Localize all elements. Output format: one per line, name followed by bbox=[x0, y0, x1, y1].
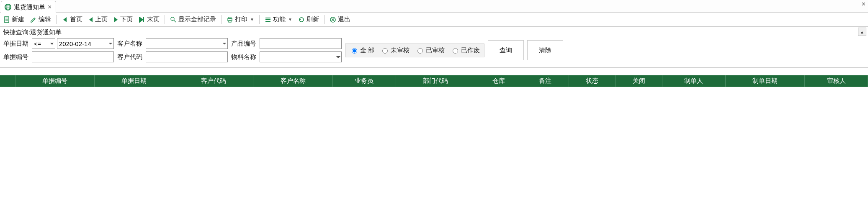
col-salesman[interactable]: 业务员 bbox=[332, 75, 396, 87]
tab-bar: 退货通知单 × × bbox=[0, 0, 868, 13]
separator bbox=[324, 15, 325, 24]
chevron-down-icon: ▼ bbox=[250, 17, 254, 22]
next-icon bbox=[113, 17, 118, 23]
exit-button[interactable]: 退出 bbox=[327, 15, 353, 24]
status-filter: 全 部 未审核 已审核 已作废 bbox=[345, 44, 484, 57]
refresh-button[interactable]: 刷新 bbox=[296, 15, 322, 24]
status-unapproved[interactable]: 未审核 bbox=[380, 46, 410, 54]
table-header-row: 单据编号 单据日期 客户代码 客户名称 业务员 部门代码 仓库 备注 状态 关闭… bbox=[0, 75, 868, 87]
col-auditor[interactable]: 审核人 bbox=[805, 75, 868, 87]
separator bbox=[165, 15, 165, 24]
label-mat-name: 物料名称 bbox=[231, 53, 258, 61]
col-dept-code[interactable]: 部门代码 bbox=[396, 75, 475, 87]
clear-button[interactable]: 清除 bbox=[527, 40, 563, 60]
col-creator[interactable]: 制单人 bbox=[662, 75, 725, 87]
label-bill-date: 单据日期 bbox=[3, 40, 30, 48]
prev-page-button[interactable]: 上页 bbox=[86, 15, 110, 24]
tab-title: 退货通知单 bbox=[14, 3, 45, 11]
prev-icon bbox=[88, 17, 93, 23]
chevron-up-icon: ▴ bbox=[861, 29, 863, 35]
cust-name-select[interactable] bbox=[146, 38, 228, 49]
separator bbox=[221, 15, 222, 24]
col-bill-date[interactable]: 单据日期 bbox=[95, 75, 174, 87]
query-title: 快捷查询:退货通知单 ▴ bbox=[0, 27, 868, 36]
collapse-button[interactable]: ▴ bbox=[858, 28, 866, 36]
svg-rect-9 bbox=[229, 21, 231, 22]
status-approved[interactable]: 已审核 bbox=[415, 46, 445, 54]
first-page-button[interactable]: 首页 bbox=[59, 15, 85, 24]
col-create-dt[interactable]: 制单日期 bbox=[725, 75, 805, 87]
close-icon[interactable]: × bbox=[48, 4, 52, 10]
search-button[interactable]: 查询 bbox=[488, 40, 524, 60]
exit-icon bbox=[330, 16, 336, 23]
status-voided[interactable]: 已作废 bbox=[451, 46, 480, 54]
svg-point-5 bbox=[171, 17, 174, 21]
edit-icon bbox=[30, 16, 37, 23]
svg-line-6 bbox=[174, 20, 176, 22]
grid-wrap: 单据编号 单据日期 客户代码 客户名称 业务员 部门代码 仓库 备注 状态 关闭… bbox=[0, 75, 868, 196]
svg-rect-8 bbox=[229, 17, 231, 18]
last-page-button[interactable]: 末页 bbox=[136, 15, 162, 24]
separator bbox=[56, 15, 57, 24]
last-icon bbox=[139, 17, 145, 23]
row-selector-header[interactable] bbox=[0, 75, 15, 87]
query-panel: 快捷查询:退货通知单 ▴ 单据日期 <= 2020-02-14 单据编号 客 bbox=[0, 27, 868, 68]
svg-rect-1 bbox=[5, 17, 9, 23]
print-button[interactable]: 打印 ▼ bbox=[224, 15, 257, 24]
label-cust-name: 客户名称 bbox=[117, 40, 144, 48]
col-warehouse[interactable]: 仓库 bbox=[475, 75, 522, 87]
refresh-icon bbox=[298, 16, 305, 23]
functions-button[interactable]: 功能 ▼ bbox=[262, 15, 295, 24]
grid-body bbox=[0, 87, 868, 196]
new-button[interactable]: 新建 bbox=[2, 15, 27, 24]
new-doc-icon bbox=[4, 16, 10, 23]
next-page-button[interactable]: 下页 bbox=[111, 15, 135, 24]
chevron-down-icon: ▼ bbox=[288, 17, 292, 22]
status-all[interactable]: 全 部 bbox=[350, 46, 374, 54]
label-cust-code: 客户代码 bbox=[117, 53, 144, 61]
col-cust-code[interactable]: 客户代码 bbox=[174, 75, 253, 87]
globe-icon bbox=[5, 4, 11, 10]
first-icon bbox=[62, 17, 68, 23]
col-remark[interactable]: 备注 bbox=[522, 75, 569, 87]
bill-no-input[interactable] bbox=[32, 51, 114, 62]
show-all-button[interactable]: 显示全部记录 bbox=[167, 15, 219, 24]
result-table: 单据编号 单据日期 客户代码 客户名称 业务员 部门代码 仓库 备注 状态 关闭… bbox=[0, 75, 868, 87]
tab-return-notice[interactable]: 退货通知单 × bbox=[1, 1, 56, 13]
list-icon bbox=[265, 17, 271, 23]
separator bbox=[259, 15, 260, 24]
magnifier-icon bbox=[170, 16, 177, 23]
mat-name-select[interactable] bbox=[260, 51, 342, 62]
date-select[interactable]: 2020-02-14 bbox=[57, 38, 114, 49]
col-cust-name[interactable]: 客户名称 bbox=[253, 75, 333, 87]
toolbar: 新建 编辑 首页 上页 下页 末页 显示全部记录 打印 ▼ 功能 ▼ 刷新 bbox=[0, 13, 868, 27]
edit-button[interactable]: 编辑 bbox=[28, 15, 54, 24]
window-close-icon[interactable]: × bbox=[862, 1, 865, 8]
col-bill-no[interactable]: 单据编号 bbox=[15, 75, 95, 87]
op-select[interactable]: <= bbox=[32, 38, 55, 49]
col-closed[interactable]: 关闭 bbox=[616, 75, 662, 87]
print-icon bbox=[227, 16, 233, 23]
cust-code-input[interactable] bbox=[146, 51, 228, 62]
col-status[interactable]: 状态 bbox=[569, 75, 616, 87]
prod-code-input[interactable] bbox=[260, 38, 342, 49]
label-prod-code: 产品编号 bbox=[231, 40, 258, 48]
label-bill-no: 单据编号 bbox=[3, 53, 30, 61]
